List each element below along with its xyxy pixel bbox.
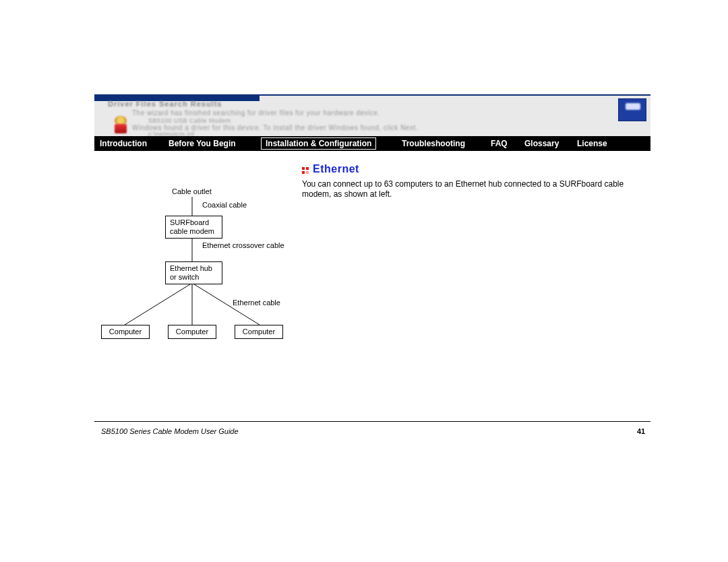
section-heading: Ethernet <box>302 163 359 175</box>
svg-rect-3 <box>306 171 309 174</box>
page-number: 41 <box>637 427 645 435</box>
nav-introduction[interactable]: Introduction <box>100 136 147 151</box>
footer-title: SB5100 Series Cable Modem User Guide <box>101 427 239 435</box>
box-cable-modem-l1: SURFboard <box>170 218 209 226</box>
svg-line-6 <box>125 283 192 325</box>
wizard-driver-icon <box>115 124 127 133</box>
box-computer-1: Computer <box>101 325 150 339</box>
wizard-line1b: SB5100 USB Cable Modem <box>148 117 231 124</box>
network-diagram: Cable outlet Coaxial cable SURFboard cab… <box>101 182 297 344</box>
page-root: Driver Files Search Results The wizard h… <box>0 0 728 562</box>
box-cable-modem-l2: cable modem <box>170 227 214 235</box>
nav-glossary[interactable]: Glossary <box>524 136 559 151</box>
label-coaxial-cable: Coaxial cable <box>202 201 247 209</box>
nav-troubleshooting[interactable]: Troubleshooting <box>402 136 465 151</box>
wizard-next-button[interactable] <box>618 98 646 121</box>
box-ethernet-hub: Ethernet hub or switch <box>165 261 222 284</box>
svg-rect-2 <box>302 171 305 174</box>
nav-installation-configuration[interactable]: Installation & Configuration <box>261 137 376 150</box>
label-crossover-cable: Ethernet crossover cable <box>202 241 284 249</box>
nav-before-you-begin[interactable]: Before You Begin <box>169 136 236 151</box>
wizard-screenshot: Driver Files Search Results The wizard h… <box>94 94 650 137</box>
section-navbar: Introduction Before You Begin Installati… <box>94 136 650 151</box>
section-paragraph: You can connect up to 63 computers to an… <box>302 179 626 199</box>
box-ethernet-hub-l2: or switch <box>170 273 199 281</box>
nav-faq[interactable]: FAQ <box>491 136 508 151</box>
wizard-line1: The wizard has finished searching for dr… <box>132 109 380 117</box>
box-computer-2: Computer <box>168 325 216 339</box>
svg-rect-1 <box>306 167 309 170</box>
wizard-heading: Driver Files Search Results <box>108 100 222 108</box>
label-cable-outlet: Cable outlet <box>172 187 212 195</box>
section-heading-text: Ethernet <box>313 163 359 175</box>
box-ethernet-hub-l1: Ethernet hub <box>170 264 212 272</box>
svg-rect-0 <box>302 167 305 170</box>
footer-rule <box>94 421 650 422</box>
label-ethernet-cable: Ethernet cable <box>233 299 280 307</box>
chevron-icon <box>302 166 309 174</box>
box-computer-3: Computer <box>235 325 283 339</box>
nav-license[interactable]: License <box>577 136 607 151</box>
box-cable-modem: SURFboard cable modem <box>165 216 222 239</box>
